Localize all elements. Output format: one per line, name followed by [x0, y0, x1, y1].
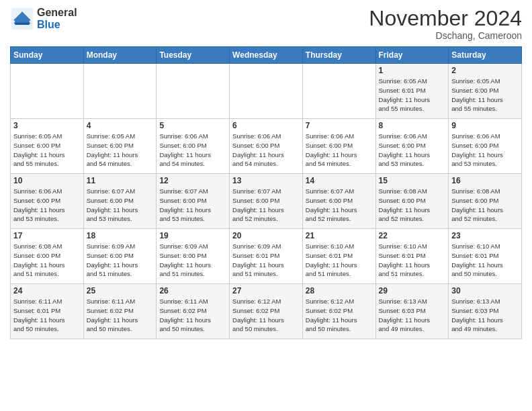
day-cell-2: 2Sunrise: 6:05 AM Sunset: 6:00 PM Daylig…: [449, 64, 522, 119]
week-row-3: 10Sunrise: 6:06 AM Sunset: 6:00 PM Dayli…: [11, 174, 522, 229]
day-cell-10: 10Sunrise: 6:06 AM Sunset: 6:00 PM Dayli…: [11, 174, 84, 229]
day-number: 12: [159, 176, 226, 185]
day-info: Sunrise: 6:06 AM Sunset: 6:00 PM Dayligh…: [13, 187, 81, 224]
day-number: 3: [13, 121, 81, 130]
day-info: Sunrise: 6:13 AM Sunset: 6:03 PM Dayligh…: [379, 297, 446, 334]
day-info: Sunrise: 6:10 AM Sunset: 6:01 PM Dayligh…: [379, 242, 446, 279]
day-number: 21: [306, 231, 373, 240]
day-info: Sunrise: 6:06 AM Sunset: 6:00 PM Dayligh…: [379, 132, 446, 169]
day-number: 23: [451, 231, 519, 240]
day-number: 7: [306, 121, 373, 130]
day-cell-14: 14Sunrise: 6:07 AM Sunset: 6:00 PM Dayli…: [302, 174, 375, 229]
month-title: November 2024: [369, 7, 522, 30]
day-number: 9: [451, 121, 519, 130]
day-cell-12: 12Sunrise: 6:07 AM Sunset: 6:00 PM Dayli…: [157, 174, 230, 229]
day-number: 20: [232, 231, 300, 240]
calendar-body: 1Sunrise: 6:05 AM Sunset: 6:01 PM Daylig…: [11, 64, 522, 339]
day-info: Sunrise: 6:07 AM Sunset: 6:00 PM Dayligh…: [159, 187, 226, 224]
day-cell-28: 28Sunrise: 6:12 AM Sunset: 6:02 PM Dayli…: [302, 284, 375, 339]
weekday-header-saturday: Saturday: [449, 47, 522, 64]
weekday-header-friday: Friday: [375, 47, 449, 64]
empty-cell: [157, 64, 230, 119]
day-number: 4: [87, 121, 154, 130]
day-number: 6: [232, 121, 300, 130]
week-row-1: 1Sunrise: 6:05 AM Sunset: 6:01 PM Daylig…: [11, 64, 522, 119]
day-info: Sunrise: 6:12 AM Sunset: 6:02 PM Dayligh…: [232, 297, 300, 334]
day-number: 26: [159, 286, 226, 295]
day-cell-5: 5Sunrise: 6:06 AM Sunset: 6:00 PM Daylig…: [157, 119, 230, 174]
day-number: 16: [451, 176, 519, 185]
day-cell-21: 21Sunrise: 6:10 AM Sunset: 6:01 PM Dayli…: [302, 229, 375, 284]
logo-icon: [10, 7, 34, 31]
day-number: 22: [379, 231, 446, 240]
week-row-2: 3Sunrise: 6:05 AM Sunset: 6:00 PM Daylig…: [11, 119, 522, 174]
day-number: 17: [13, 231, 81, 240]
day-cell-30: 30Sunrise: 6:13 AM Sunset: 6:03 PM Dayli…: [449, 284, 522, 339]
weekday-header-sunday: Sunday: [11, 47, 84, 64]
day-number: 13: [232, 176, 300, 185]
day-number: 19: [159, 231, 226, 240]
day-cell-18: 18Sunrise: 6:09 AM Sunset: 6:00 PM Dayli…: [83, 229, 157, 284]
day-cell-20: 20Sunrise: 6:09 AM Sunset: 6:01 PM Dayli…: [230, 229, 303, 284]
day-info: Sunrise: 6:05 AM Sunset: 6:00 PM Dayligh…: [13, 132, 81, 169]
day-cell-24: 24Sunrise: 6:11 AM Sunset: 6:01 PM Dayli…: [11, 284, 84, 339]
day-number: 18: [87, 231, 154, 240]
day-number: 10: [13, 176, 81, 185]
day-info: Sunrise: 6:08 AM Sunset: 6:00 PM Dayligh…: [379, 187, 446, 224]
day-info: Sunrise: 6:09 AM Sunset: 6:00 PM Dayligh…: [159, 242, 226, 279]
day-number: 14: [306, 176, 373, 185]
day-cell-9: 9Sunrise: 6:06 AM Sunset: 6:00 PM Daylig…: [449, 119, 522, 174]
logo-general-text: General: [37, 7, 77, 19]
day-cell-6: 6Sunrise: 6:06 AM Sunset: 6:00 PM Daylig…: [230, 119, 303, 174]
day-cell-19: 19Sunrise: 6:09 AM Sunset: 6:00 PM Dayli…: [157, 229, 230, 284]
day-info: Sunrise: 6:08 AM Sunset: 6:00 PM Dayligh…: [13, 242, 81, 279]
day-info: Sunrise: 6:06 AM Sunset: 6:00 PM Dayligh…: [159, 132, 226, 169]
calendar-header: SundayMondayTuesdayWednesdayThursdayFrid…: [11, 47, 522, 64]
day-cell-27: 27Sunrise: 6:12 AM Sunset: 6:02 PM Dayli…: [230, 284, 303, 339]
weekday-header-wednesday: Wednesday: [230, 47, 303, 64]
day-info: Sunrise: 6:05 AM Sunset: 6:00 PM Dayligh…: [451, 77, 519, 113]
day-number: 5: [159, 121, 226, 130]
empty-cell: [11, 64, 84, 119]
day-cell-8: 8Sunrise: 6:06 AM Sunset: 6:00 PM Daylig…: [375, 119, 449, 174]
day-number: 24: [13, 286, 81, 295]
day-number: 25: [87, 286, 154, 295]
day-info: Sunrise: 6:09 AM Sunset: 6:00 PM Dayligh…: [87, 242, 154, 279]
day-number: 8: [379, 121, 446, 130]
weekday-header-monday: Monday: [83, 47, 157, 64]
day-cell-23: 23Sunrise: 6:10 AM Sunset: 6:01 PM Dayli…: [449, 229, 522, 284]
day-info: Sunrise: 6:08 AM Sunset: 6:00 PM Dayligh…: [451, 187, 519, 224]
empty-cell: [302, 64, 375, 119]
day-info: Sunrise: 6:12 AM Sunset: 6:02 PM Dayligh…: [306, 297, 373, 334]
day-info: Sunrise: 6:10 AM Sunset: 6:01 PM Dayligh…: [306, 242, 373, 279]
day-cell-29: 29Sunrise: 6:13 AM Sunset: 6:03 PM Dayli…: [375, 284, 449, 339]
day-cell-7: 7Sunrise: 6:06 AM Sunset: 6:00 PM Daylig…: [302, 119, 375, 174]
day-number: 28: [306, 286, 373, 295]
day-cell-15: 15Sunrise: 6:08 AM Sunset: 6:00 PM Dayli…: [375, 174, 449, 229]
weekday-row: SundayMondayTuesdayWednesdayThursdayFrid…: [11, 47, 522, 64]
empty-cell: [230, 64, 303, 119]
day-cell-17: 17Sunrise: 6:08 AM Sunset: 6:00 PM Dayli…: [11, 229, 84, 284]
location-title: Dschang, Cameroon: [369, 30, 522, 41]
day-cell-25: 25Sunrise: 6:11 AM Sunset: 6:02 PM Dayli…: [83, 284, 157, 339]
day-info: Sunrise: 6:11 AM Sunset: 6:01 PM Dayligh…: [13, 297, 81, 334]
day-number: 29: [379, 286, 446, 295]
weekday-header-tuesday: Tuesday: [157, 47, 230, 64]
day-cell-11: 11Sunrise: 6:07 AM Sunset: 6:00 PM Dayli…: [83, 174, 157, 229]
day-cell-22: 22Sunrise: 6:10 AM Sunset: 6:01 PM Dayli…: [375, 229, 449, 284]
weekday-header-thursday: Thursday: [302, 47, 375, 64]
day-info: Sunrise: 6:11 AM Sunset: 6:02 PM Dayligh…: [87, 297, 154, 334]
title-block: November 2024 Dschang, Cameroon: [369, 7, 522, 41]
calendar-page: General Blue November 2024 Dschang, Came…: [0, 0, 532, 411]
day-number: 11: [87, 176, 154, 185]
day-cell-3: 3Sunrise: 6:05 AM Sunset: 6:00 PM Daylig…: [11, 119, 84, 174]
day-cell-26: 26Sunrise: 6:11 AM Sunset: 6:02 PM Dayli…: [157, 284, 230, 339]
day-cell-16: 16Sunrise: 6:08 AM Sunset: 6:00 PM Dayli…: [449, 174, 522, 229]
empty-cell: [83, 64, 157, 119]
day-info: Sunrise: 6:07 AM Sunset: 6:00 PM Dayligh…: [87, 187, 154, 224]
day-info: Sunrise: 6:05 AM Sunset: 6:01 PM Dayligh…: [379, 77, 446, 113]
day-info: Sunrise: 6:13 AM Sunset: 6:03 PM Dayligh…: [451, 297, 519, 334]
calendar-table: SundayMondayTuesdayWednesdayThursdayFrid…: [10, 46, 522, 339]
day-info: Sunrise: 6:06 AM Sunset: 6:00 PM Dayligh…: [451, 132, 519, 169]
day-number: 2: [451, 66, 519, 75]
